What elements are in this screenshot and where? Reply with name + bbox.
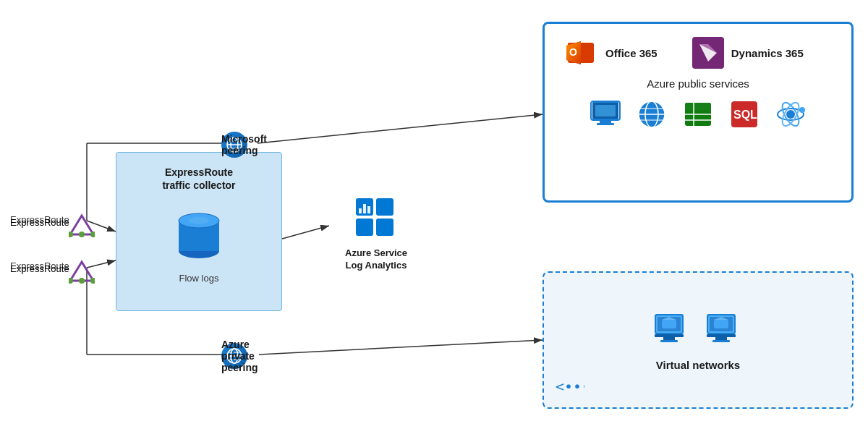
- svg-rect-26: [356, 218, 373, 236]
- svg-rect-58: [685, 103, 711, 110]
- private-peering-block: Azure private peering: [221, 343, 247, 369]
- svg-line-10: [259, 340, 542, 355]
- ms-peering-label: Microsoft peering: [221, 133, 267, 156]
- svg-text:<•••>: <•••>: [556, 378, 584, 395]
- svg-rect-74: [655, 334, 684, 337]
- bottom-icons-row: SQL: [556, 98, 840, 130]
- svg-rect-49: [597, 123, 614, 125]
- flow-logs-label: Flow logs: [179, 273, 219, 284]
- svg-point-68: [799, 107, 805, 113]
- svg-rect-83: [715, 337, 727, 340]
- globe-service-icon: [636, 98, 668, 130]
- top-services-row: O Office 365 Dynamics 365: [556, 35, 840, 70]
- vnet-computer-1: [652, 310, 692, 350]
- er-label-2-text: ExpressRoute: [10, 263, 69, 274]
- azure-public-box: O Office 365 Dynamics 365 Azure public s…: [542, 22, 854, 203]
- svg-rect-50: [595, 105, 616, 116]
- code-brackets-icon: <•••>: [556, 376, 584, 399]
- vnet-box: Virtual networks <•••>: [542, 271, 854, 409]
- office365-label: Office 365: [605, 47, 658, 59]
- svg-rect-72: [662, 320, 676, 328]
- svg-line-4: [282, 226, 329, 239]
- svg-rect-75: [663, 337, 675, 340]
- svg-point-16: [79, 278, 85, 284]
- svg-point-23: [189, 217, 209, 224]
- expressroute-triangle-1: [69, 213, 95, 239]
- svg-rect-27: [376, 218, 393, 236]
- svg-text:SQL: SQL: [733, 109, 757, 121]
- sql-icon: SQL: [728, 98, 760, 130]
- svg-rect-28: [359, 208, 362, 213]
- private-peering-label: Azure private peering: [221, 339, 258, 373]
- azure-public-label: Azure public services: [556, 77, 840, 90]
- analytics-icon: [353, 195, 399, 242]
- diagram-container: ExpressRoute ExpressRoute ExpressRoute E…: [0, 0, 868, 437]
- office365-service: O Office 365: [563, 35, 658, 70]
- dynamics365-service: Dynamics 365: [692, 37, 804, 69]
- svg-rect-48: [600, 120, 611, 123]
- layers-icon: [682, 98, 714, 130]
- flow-logs-cylinder: [176, 205, 222, 263]
- analytics-label: Azure ServiceLog Analytics: [345, 247, 407, 272]
- svg-point-12: [79, 232, 85, 237]
- cosmos-icon: [775, 98, 807, 130]
- vnet-icons-row: [652, 310, 744, 350]
- monitor-icon: [590, 98, 621, 130]
- svg-text:O: O: [569, 46, 577, 58]
- svg-rect-29: [363, 204, 366, 213]
- svg-line-7: [258, 114, 542, 143]
- svg-point-64: [786, 110, 795, 119]
- svg-rect-25: [376, 198, 393, 216]
- vnet-computer-2: [704, 310, 744, 350]
- svg-rect-80: [714, 320, 728, 328]
- svg-rect-84: [712, 340, 730, 342]
- office365-icon: O: [563, 35, 598, 70]
- ms-peering-block: Microsoft peering: [221, 132, 247, 158]
- collector-title: ExpressRoutetraffic collector: [162, 166, 235, 192]
- svg-rect-76: [660, 340, 678, 342]
- collector-box: ExpressRoutetraffic collector Flow logs: [116, 152, 282, 311]
- expressroute-triangle-2: [69, 259, 95, 285]
- svg-rect-30: [367, 206, 370, 213]
- er-label-1-text: ExpressRoute: [10, 217, 69, 228]
- dynamics365-icon: [692, 37, 724, 69]
- vnet-label: Virtual networks: [656, 359, 740, 371]
- svg-rect-82: [707, 334, 736, 337]
- dynamics365-label: Dynamics 365: [731, 47, 804, 59]
- analytics-block: Azure ServiceLog Analytics: [333, 195, 420, 272]
